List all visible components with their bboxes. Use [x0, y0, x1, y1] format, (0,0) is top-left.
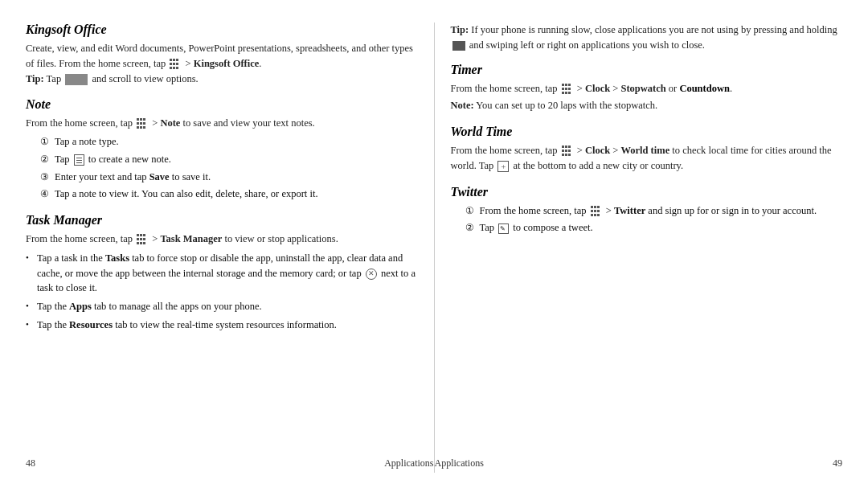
bullet-text-2: Tap the Apps tab to manage all the apps … — [37, 299, 262, 314]
list-item: ② Tap to compose a tweet. — [465, 220, 843, 236]
kingsoft-bold: Kingsoft Office — [194, 58, 260, 69]
world-time-title: World Time — [451, 125, 843, 139]
list-item: ③ Enter your text and tap Save to save i… — [40, 170, 418, 185]
world-time-bold: World time — [620, 145, 669, 156]
clock-bold-2: Clock — [585, 145, 610, 156]
left-page-number: 48 — [26, 457, 35, 469]
apps-icon-6 — [591, 206, 602, 217]
note-body: From the home screen, tap > Note to save… — [26, 116, 418, 131]
page-spread: Kingsoft Office Create, view, and edit W… — [0, 0, 868, 492]
kingsoft-tip: Tip: Tap and scroll to view options. — [26, 72, 418, 87]
list-text-2: Tap to create a new note. — [55, 152, 171, 167]
section-world-time: World Time From the home screen, tap > C… — [451, 125, 843, 174]
task-manager-title: Task Manager — [26, 213, 418, 228]
task-manager-bullets: • Tap a task in the Tasks tab to force s… — [26, 251, 418, 333]
stopwatch-bold: Stopwatch — [620, 83, 665, 94]
right-page-number: 49 — [833, 457, 842, 469]
bullet-2: • — [26, 299, 37, 313]
bullet-1: • — [26, 251, 37, 264]
apps-icon-3 — [137, 234, 148, 245]
apps-icon-5 — [562, 146, 573, 157]
twitter-text-1: From the home screen, tap > Twitter and … — [480, 203, 817, 219]
right-footer: Applications 49 — [435, 457, 843, 473]
section-task-manager: Task Manager From the home screen, tap >… — [26, 213, 418, 333]
list-text-3: Enter your text and tap Save to save it. — [55, 170, 211, 185]
right-page-label: Applications — [435, 457, 484, 469]
note-bold: Note — [160, 117, 180, 129]
bullet-text-3: Tap the Resources tab to view the real-t… — [37, 318, 337, 333]
section-kingsoft: Kingsoft Office Create, view, and edit W… — [26, 23, 418, 86]
apps-icon — [170, 59, 181, 70]
apps-icon-2 — [137, 118, 148, 129]
task-manager-body: From the home screen, tap > Task Manager… — [26, 232, 418, 247]
list-item: ① Tap a note type. — [40, 134, 418, 150]
note-icon — [74, 154, 84, 166]
list-item: ② Tap to create a new note. — [40, 152, 418, 167]
bullet-item: • Tap a task in the Tasks tab to force s… — [26, 251, 418, 296]
kingsoft-body: Create, view, and edit Word documents, P… — [26, 41, 418, 72]
left-column: Kingsoft Office Create, view, and edit W… — [26, 23, 435, 473]
timer-title: Timer — [451, 63, 843, 77]
twitter-list: ① From the home screen, tap > Twitter an… — [451, 203, 843, 236]
bullet-item: • Tap the Resources tab to view the real… — [26, 318, 418, 333]
timer-note: Note: You can set up to 20 laps with the… — [451, 98, 843, 113]
list-num-3: ③ — [40, 170, 55, 184]
world-time-body: From the home screen, tap > Clock > Worl… — [451, 143, 843, 174]
hold-icon — [452, 41, 465, 51]
twitter-num-2: ② — [465, 220, 480, 235]
kingsoft-title: Kingsoft Office — [26, 23, 418, 37]
countdown-bold: Countdown — [679, 83, 730, 94]
tip-icon — [65, 74, 88, 85]
left-footer: 48 Applications — [26, 457, 434, 473]
list-item: ① From the home screen, tap > Twitter an… — [465, 203, 843, 219]
twitter-title: Twitter — [451, 185, 843, 199]
twitter-num-1: ① — [465, 203, 480, 218]
bullet-text-1: Tap a task in the Tasks tab to force sto… — [37, 251, 418, 296]
bullet-item: • Tap the Apps tab to manage all the app… — [26, 299, 418, 314]
list-item: ④ Tap a note to view it. You can also ed… — [40, 187, 418, 202]
list-num-4: ④ — [40, 187, 55, 201]
list-text-1: Tap a note type. — [55, 134, 119, 150]
note-title: Note — [26, 97, 418, 112]
left-page-label: Applications — [384, 457, 433, 469]
timer-body: From the home screen, tap > Clock > Stop… — [451, 81, 843, 96]
apps-icon-4 — [562, 84, 573, 95]
right-column: Tip: If your phone is running slow, clos… — [435, 23, 843, 473]
section-twitter: Twitter ① From the home screen, tap > Tw… — [451, 185, 843, 236]
plus-icon: + — [497, 161, 509, 172]
x-icon: ✕ — [366, 269, 377, 280]
compose-icon — [498, 223, 509, 234]
section-note: Note From the home screen, tap > Note to… — [26, 97, 418, 202]
right-top-tip: Tip: If your phone is running slow, clos… — [451, 23, 843, 53]
section-timer: Timer From the home screen, tap > Clock … — [451, 63, 843, 114]
task-manager-bold: Task Manager — [160, 233, 222, 244]
list-num-2: ② — [40, 152, 55, 166]
list-num-1: ① — [40, 134, 55, 149]
clock-bold: Clock — [585, 83, 610, 94]
bullet-3: • — [26, 318, 37, 331]
list-text-4: Tap a note to view it. You can also edit… — [55, 187, 318, 202]
note-list: ① Tap a note type. ② Tap to create a new… — [26, 134, 418, 202]
twitter-text-2: Tap to compose a tweet. — [480, 220, 593, 236]
